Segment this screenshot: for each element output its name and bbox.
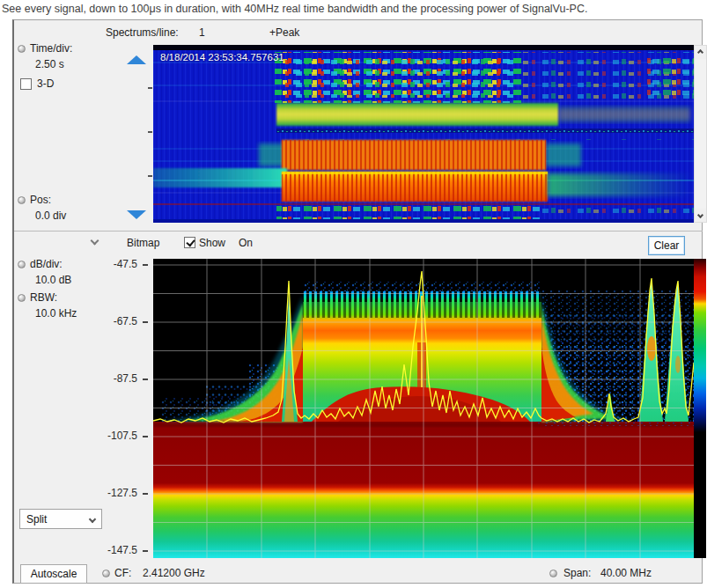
y-axis-tick bbox=[143, 321, 148, 323]
spectrogram-timestamp: 8/18/2014 23:53:34.757631 bbox=[160, 52, 284, 62]
autoscale-button[interactable]: Autoscale bbox=[20, 564, 87, 584]
pos-value[interactable]: 0.0 div bbox=[35, 209, 66, 222]
y-axis-label: -47.5 bbox=[70, 258, 137, 270]
spectrogram-scrollbar[interactable] bbox=[694, 45, 707, 223]
trace-name-label[interactable]: Bitmap bbox=[127, 237, 159, 249]
span-knob-icon[interactable] bbox=[549, 570, 557, 577]
collapse-chevron-icon[interactable] bbox=[91, 237, 99, 246]
view-mode-dropdown[interactable]: Split bbox=[19, 509, 102, 529]
spectrogram-display[interactable]: 8/18/2014 23:53:34.757631 bbox=[153, 45, 694, 223]
page-caption: See every signal, down to 100μs in durat… bbox=[2, 3, 587, 15]
rbw-knob-icon[interactable] bbox=[18, 294, 26, 302]
spectrogram-bottom-marker[interactable] bbox=[127, 210, 146, 219]
spectrogram-axis-tick bbox=[148, 87, 152, 89]
y-axis-label: -127.5 bbox=[70, 487, 137, 499]
db-per-div-label: dB/div: bbox=[30, 258, 63, 270]
y-axis-tick bbox=[143, 436, 148, 437]
rbw-label: RBW: bbox=[30, 291, 57, 304]
db-per-div-knob-icon[interactable] bbox=[18, 261, 26, 268]
cf-value[interactable]: 2.41200 GHz bbox=[143, 567, 205, 579]
y-axis-label: -107.5 bbox=[70, 430, 137, 442]
time-per-div-label: Time/div: bbox=[30, 42, 72, 55]
db-per-div-value[interactable]: 10.0 dB bbox=[35, 274, 71, 286]
pos-label: Pos: bbox=[30, 194, 51, 206]
three-d-label: 3-D bbox=[37, 77, 54, 90]
span-label: Span: bbox=[563, 567, 591, 579]
y-axis-tick bbox=[143, 264, 148, 266]
y-axis-tick bbox=[143, 493, 148, 495]
bitmap-spectrum-graphic bbox=[153, 259, 694, 558]
panel-divider bbox=[14, 231, 703, 232]
spectrums-per-line-value[interactable]: 1 bbox=[199, 26, 205, 39]
show-checkbox[interactable] bbox=[184, 237, 195, 248]
time-per-div-knob-icon[interactable] bbox=[18, 45, 26, 53]
chevron-down-icon bbox=[89, 515, 96, 522]
span-value[interactable]: 40.00 MHz bbox=[600, 567, 652, 579]
spectrogram-axis-tick bbox=[148, 131, 152, 133]
view-mode-value: Split bbox=[26, 513, 47, 526]
scroll-down-button[interactable] bbox=[695, 209, 706, 222]
y-axis-label: -87.5 bbox=[70, 372, 137, 385]
y-axis-tick bbox=[143, 550, 148, 552]
detector-mode-value[interactable]: +Peak bbox=[269, 26, 299, 39]
y-axis-label: -67.5 bbox=[70, 315, 137, 327]
chevron-down-icon bbox=[697, 212, 703, 218]
y-axis-label: -147.5 bbox=[70, 544, 137, 556]
chevron-up-icon bbox=[697, 49, 703, 55]
cf-knob-icon[interactable] bbox=[102, 570, 110, 577]
time-per-div-value[interactable]: 2.50 s bbox=[35, 58, 64, 70]
signalvu-display-frame: Spectrums/line: 1 +Peak Time/div: 2.50 s… bbox=[12, 19, 703, 584]
clear-button[interactable]: Clear bbox=[648, 236, 685, 255]
bitmap-display[interactable] bbox=[153, 259, 694, 558]
show-label: Show bbox=[199, 237, 225, 249]
spectrums-per-line-label: Spectrums/line: bbox=[106, 26, 179, 39]
on-label: On bbox=[239, 237, 253, 249]
cf-label: CF: bbox=[114, 567, 131, 579]
y-axis-tick bbox=[143, 379, 148, 380]
scroll-up-button[interactable] bbox=[695, 46, 706, 59]
density-colormap-legend bbox=[694, 259, 706, 558]
spectrogram-top-marker[interactable] bbox=[127, 55, 146, 64]
spectrogram-waterfall-graphic bbox=[153, 45, 694, 223]
pos-knob-icon[interactable] bbox=[18, 196, 26, 204]
yellow-signal-band bbox=[276, 103, 558, 126]
three-d-checkbox[interactable] bbox=[20, 78, 32, 90]
spectrogram-axis-tick bbox=[148, 175, 152, 177]
